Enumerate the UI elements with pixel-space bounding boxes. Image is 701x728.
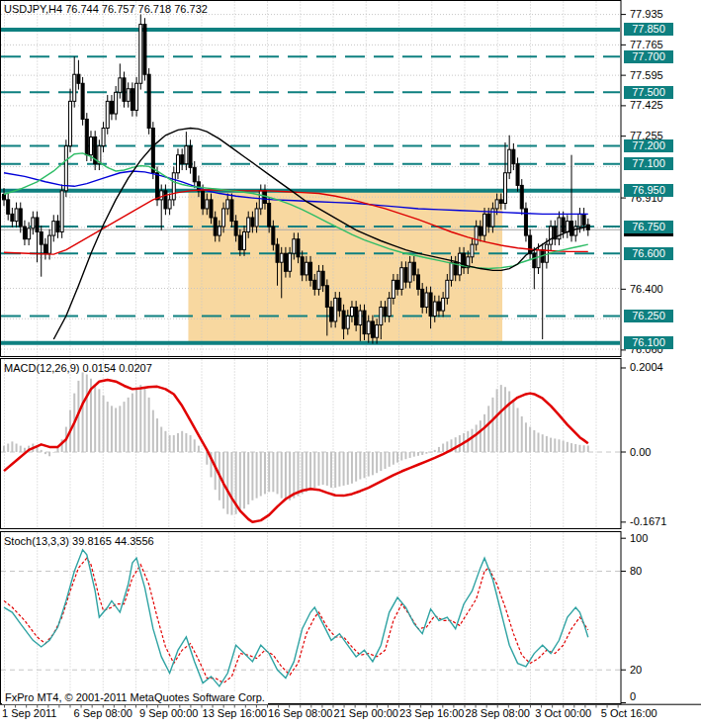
macd-panel[interactable] (1, 359, 622, 529)
chart-title: USDJPY,H4 76.744 76.757 76.718 76.732 (4, 3, 208, 16)
time-label: 16 Sep 08:00 (268, 707, 332, 720)
time-label: 23 Sep 16:00 (399, 707, 464, 720)
price-level-badge: 77.200 (624, 139, 673, 152)
copyright-label: FxPro MT4, © 2001-2011 MetaQuotes Softwa… (2, 691, 268, 704)
price-level-badge: 76.950 (624, 184, 673, 197)
price-level-badge: 77.700 (624, 50, 673, 63)
stoch-axis-label: 100 (630, 532, 648, 545)
macd-axis-label: 0.2004 (630, 361, 663, 374)
macd-indicator-label: MACD(12,26,9) 0.0154 0.0207 (4, 362, 152, 375)
price-label: 77.425 (630, 99, 663, 112)
price-level-badge: 77.850 (624, 23, 673, 36)
price-level-badge: 76.100 (624, 336, 673, 349)
price-level-badge: 77.100 (624, 157, 673, 170)
price-level-badge: 77.500 (624, 86, 673, 99)
stoch-indicator-label: Stoch(13,3,3) 39.8165 44.3556 (4, 535, 154, 548)
price-label: 77.595 (630, 69, 663, 82)
time-label: 13 Sep 16:00 (203, 707, 267, 720)
stoch-panel[interactable] (1, 532, 622, 704)
time-label: 5 Oct 16:00 (601, 707, 657, 720)
time-label: 1 Sep 2011 (2, 707, 56, 720)
time-label: 6 Sep 08:00 (74, 707, 132, 720)
price-level-badge: 76.250 (624, 310, 673, 322)
time-label: 3 Oct 00:00 (535, 707, 591, 720)
stoch-axis-label: 0 (630, 690, 636, 703)
price-label: 77.935 (630, 8, 663, 21)
price-label: 76.400 (630, 283, 663, 296)
time-label: 21 Sep 00:00 (334, 707, 398, 720)
price-level-badge: 76.600 (624, 247, 673, 260)
price-level-badge: 76.750 (624, 221, 673, 233)
stoch-axis-label: 20 (630, 664, 642, 677)
time-label: 28 Sep 08:00 (466, 707, 530, 720)
mt4-chart-window: USDJPY,H4 76.744 76.757 76.718 76.732 MA… (0, 0, 701, 728)
time-label: 9 Sep 00:00 (139, 707, 198, 720)
stoch-axis-label: 80 (630, 565, 642, 578)
macd-axis-label: -0.1671 (630, 515, 666, 528)
macd-axis-label: 0.00 (630, 446, 651, 459)
